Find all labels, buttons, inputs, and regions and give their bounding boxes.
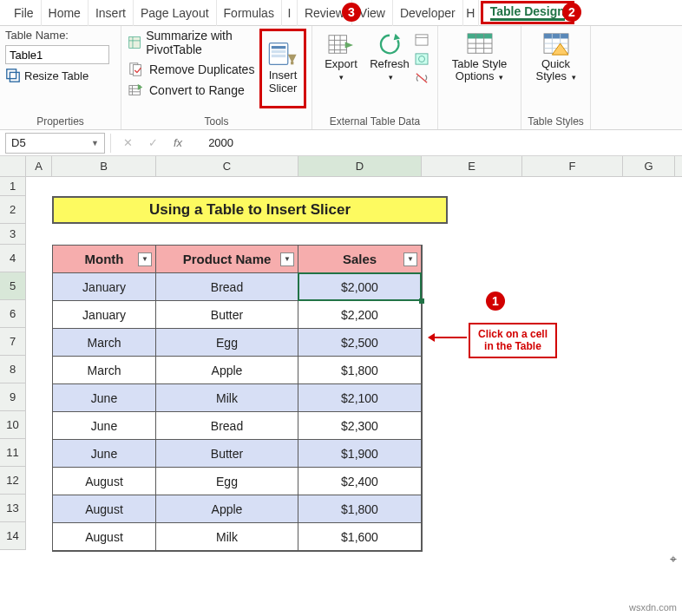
cell-month[interactable]: June [53,412,156,440]
cell-product[interactable]: Milk [156,523,298,551]
cell-sales[interactable]: $2,000 [298,273,422,301]
svg-rect-7 [272,46,285,49]
row-header-2[interactable]: 2 [0,196,26,224]
col-header-G[interactable]: G [623,156,675,176]
table-style-options-button[interactable]: Table StyleOptions ▾ [443,29,515,83]
cell-product[interactable]: Milk [156,384,298,412]
cell-month[interactable]: August [53,495,156,523]
row-header-3[interactable]: 3 [0,224,26,245]
filter-icon[interactable]: ▼ [280,252,294,266]
cell-sales[interactable]: $2,500 [298,329,422,357]
col-header-E[interactable]: E [422,156,522,176]
col-header-C[interactable]: C [156,156,298,176]
header-sales[interactable]: Sales▼ [298,246,422,273]
table-style-options-icon [466,32,494,56]
insert-slicer-l1: Insert [269,69,298,82]
cells-area[interactable]: Using a Table to Insert Slicer Month▼ Pr… [26,177,682,550]
convert-range-button[interactable]: Convert to Range [128,82,261,98]
filter-icon[interactable]: ▼ [403,252,417,266]
cell-month[interactable]: January [53,301,156,329]
col-header-A[interactable]: A [26,156,52,176]
cell-month[interactable]: August [53,523,156,551]
refresh-button[interactable]: Refresh▾ [366,29,413,83]
remove-duplicates-button[interactable]: Remove Duplicates [128,62,261,77]
enter-icon[interactable]: ✓ [148,136,158,149]
row-header-4[interactable]: 4 [0,245,26,272]
cell-product[interactable]: Apple [156,357,298,384]
fx-icon[interactable]: fx [174,136,182,149]
group-table-styles: QuickStyles ▾ Table Styles [521,26,591,129]
group-properties-label: Properties [5,114,115,128]
cell-product[interactable]: Bread [156,273,298,301]
properties-icon[interactable] [415,34,429,46]
tab-developer[interactable]: Developer [393,0,463,26]
cell-month[interactable]: June [53,384,156,412]
row-header-8[interactable]: 8 [0,356,26,383]
cell-product[interactable]: Bread [156,412,298,440]
cell-product[interactable]: Apple [156,495,298,523]
row-header-5[interactable]: 5 [0,272,26,300]
header-month[interactable]: Month▼ [53,246,156,273]
formula-input[interactable]: 2000 [194,136,233,149]
cancel-icon[interactable]: ✕ [123,136,133,149]
filter-icon[interactable]: ▼ [138,252,152,266]
tab-truncated-1[interactable]: I [282,0,298,26]
row-header-1[interactable]: 1 [0,177,26,196]
resize-table-button[interactable]: Resize Table [5,68,109,83]
cell-month[interactable]: January [53,273,156,301]
refresh-label: Refresh [370,57,410,70]
cell-sales[interactable]: $1,600 [298,523,422,551]
row-header-9[interactable]: 9 [0,383,26,411]
col-header-D[interactable]: D [298,156,422,176]
col-header-F[interactable]: F [522,156,623,176]
cell-product[interactable]: Butter [156,440,298,468]
cell-month[interactable]: June [53,440,156,468]
row-header-6[interactable]: 6 [0,300,26,328]
open-browser-icon[interactable] [415,53,429,65]
row-header-7[interactable]: 7 [0,328,26,356]
cell-sales[interactable]: $1,900 [298,440,422,468]
fill-handle[interactable] [419,298,424,304]
cell-month[interactable]: March [53,329,156,357]
tab-table-design[interactable]: Table Design [481,1,574,24]
row-header-14[interactable]: 14 [0,522,26,550]
export-button[interactable]: Export▾ [318,29,364,83]
name-box-value: D5 [11,136,26,149]
table-name-input[interactable] [5,45,109,64]
qs-l1: Quick [541,57,570,70]
tab-truncated-2[interactable]: H [463,0,479,26]
cell-month[interactable]: March [53,357,156,384]
cell-month[interactable]: August [53,468,156,495]
insert-slicer-button[interactable]: Insert Slicer [259,29,306,108]
row-header-13[interactable]: 13 [0,495,26,522]
watermark: wsxdn.com [629,602,677,613]
title-cell[interactable]: Using a Table to Insert Slicer [52,196,448,224]
svg-rect-13 [416,54,428,64]
row-header-10[interactable]: 10 [0,411,26,439]
cell-sales[interactable]: $1,800 [298,357,422,384]
tab-page-layout[interactable]: Page Layout [134,0,217,26]
cell-sales[interactable]: $2,200 [298,301,422,329]
unlink-icon[interactable] [415,72,429,84]
summarize-pivot-button[interactable]: Summarize with PivotTable [128,29,261,56]
svg-rect-12 [416,35,428,45]
tab-insert[interactable]: Insert [89,0,134,26]
header-product[interactable]: Product Name▼ [156,246,298,273]
chevron-down-icon: ▼ [91,139,99,147]
name-box[interactable]: D5 ▼ [5,133,105,154]
cell-product[interactable]: Egg [156,329,298,357]
cell-product[interactable]: Egg [156,468,298,495]
tab-file[interactable]: File [7,0,42,26]
cell-sales[interactable]: $2,100 [298,384,422,412]
cell-sales[interactable]: $2,300 [298,412,422,440]
cell-product[interactable]: Butter [156,301,298,329]
cell-sales[interactable]: $1,800 [298,495,422,523]
select-all-corner[interactable] [0,156,26,176]
row-header-12[interactable]: 12 [0,467,26,495]
row-header-11[interactable]: 11 [0,439,26,467]
col-header-B[interactable]: B [52,156,156,176]
cell-sales[interactable]: $2,400 [298,468,422,495]
tab-formulas[interactable]: Formulas [217,0,282,26]
quick-styles-button[interactable]: QuickStyles ▾ [527,29,585,83]
tab-home[interactable]: Home [42,0,89,26]
